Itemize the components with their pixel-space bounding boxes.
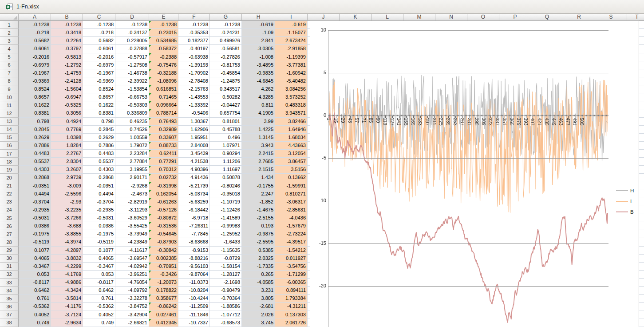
cell-F32[interactable]: -9.87064 (178, 271, 210, 279)
cell-G4[interactable]: -0.56581 (210, 45, 242, 53)
cell-H32[interactable]: 0.265 (242, 271, 275, 279)
cell-F4[interactable]: -0.40197 (178, 45, 210, 53)
cell-B38[interactable]: -2.9634 (51, 319, 83, 327)
cell-C16[interactable]: -0.7886 (83, 142, 115, 150)
cell-C35[interactable]: 0.761 (83, 295, 115, 303)
cell-C32[interactable]: 0.053 (83, 271, 115, 279)
cell-E30[interactable]: 0.002385 (149, 255, 178, 263)
cell-E11[interactable]: 0.096664 (149, 101, 178, 109)
cell-H31[interactable]: -1.7335 (242, 263, 275, 271)
cell-A38[interactable]: 0.749 (19, 319, 51, 327)
cell-D7[interactable]: -1.46738 (115, 69, 149, 77)
cell-I36[interactable]: -4.31211 (275, 303, 308, 311)
cell-B25[interactable]: -3.7266 (51, 214, 83, 222)
cell-E28[interactable]: -0.87903 (149, 238, 178, 246)
row-header-9[interactable]: 9 (0, 85, 19, 93)
row-header-25[interactable]: 25 (0, 214, 19, 222)
cell-I3[interactable]: 2.673424 (275, 37, 308, 45)
row-header-10[interactable]: 10 (0, 93, 19, 101)
cell-B19[interactable]: -3.2607 (51, 166, 83, 174)
cell-F37[interactable]: -11.1846 (178, 311, 210, 319)
row-header-33[interactable]: 33 (0, 279, 19, 287)
cell-B26[interactable]: -3.688 (51, 222, 83, 230)
cell-I31[interactable]: -3.54756 (275, 263, 308, 271)
cell-F10[interactable]: -1.43553 (178, 93, 210, 101)
cell-C19[interactable]: -0.4303 (83, 166, 115, 174)
row-header-21[interactable]: 21 (0, 182, 19, 190)
column-header-L[interactable]: L (371, 14, 403, 21)
column-header-F[interactable]: F (178, 14, 210, 21)
cell-H29[interactable]: 0.5385 (242, 247, 275, 255)
cell-A1[interactable]: -0.1238 (19, 21, 51, 29)
cell-H18[interactable]: -2.7685 (242, 158, 275, 166)
cell-D34[interactable]: -4.09792 (115, 287, 149, 295)
row-header-1[interactable]: 1 (0, 21, 19, 29)
cell-D26[interactable]: -3.55425 (115, 222, 149, 230)
cell-F17[interactable]: -3.45439 (178, 150, 210, 158)
cell-I23[interactable]: -3.06317 (275, 198, 308, 206)
cell-G5[interactable]: -0.27826 (210, 53, 242, 61)
cell-C12[interactable]: 0.8381 (83, 109, 115, 117)
cell-G21[interactable]: -0.80246 (210, 182, 242, 190)
cell-E3[interactable]: 0.534685 (149, 37, 178, 45)
cell-D8[interactable]: -2.39922 (115, 77, 149, 85)
column-header-P[interactable]: P (499, 14, 531, 21)
cell-H21[interactable]: -0.1755 (242, 182, 275, 190)
cell-B13[interactable]: -0.4924 (51, 118, 83, 126)
cell-C27[interactable]: -0.1975 (83, 230, 115, 238)
cell-I34[interactable]: 0.894111 (275, 287, 308, 295)
cell-F16[interactable]: -2.84008 (178, 142, 210, 150)
cell-I25[interactable]: -4.0436 (275, 214, 308, 222)
row-header-20[interactable]: 20 (0, 174, 19, 182)
cell-C36[interactable]: -0.5362 (83, 303, 115, 311)
cell-E32[interactable]: -0.3426 (149, 271, 178, 279)
cell-I32[interactable]: -1.71299 (275, 271, 308, 279)
cell-A35[interactable]: 0.761 (19, 295, 51, 303)
cell-I26[interactable]: -1.57679 (275, 222, 308, 230)
cell-C20[interactable]: 0.2868 (83, 174, 115, 182)
cell-A4[interactable]: -0.6061 (19, 45, 51, 53)
cell-G1[interactable]: -0.1238 (210, 21, 242, 29)
window-title-bar[interactable]: 1-Fn.xlsx (0, 0, 644, 14)
cell-A18[interactable]: -0.5537 (19, 158, 51, 166)
row-header-5[interactable]: 5 (0, 53, 19, 61)
cell-C9[interactable]: 0.8524 (83, 85, 115, 93)
cell-H22[interactable]: 2.247 (242, 190, 275, 198)
cell-A8[interactable]: -0.9369 (19, 77, 51, 85)
column-header-S[interactable]: S (595, 14, 627, 21)
cell-B30[interactable]: -3.8832 (51, 255, 83, 263)
cell-B15[interactable]: -1.0398 (51, 134, 83, 142)
cell-F21[interactable]: -5.21739 (178, 182, 210, 190)
cell-H19[interactable]: -2.1515 (242, 166, 275, 174)
cell-G11[interactable]: -0.04427 (210, 101, 242, 109)
cell-F34[interactable]: -10.8204 (178, 287, 210, 295)
column-header-Q[interactable]: Q (531, 14, 563, 21)
cell-G37[interactable]: -1.07712 (210, 311, 242, 319)
cell-C5[interactable]: -0.2016 (83, 53, 115, 61)
cell-D13[interactable]: -0.46235 (115, 118, 149, 126)
cell-E4[interactable]: -0.58372 (149, 45, 178, 53)
row-header-28[interactable]: 28 (0, 238, 19, 246)
cell-A12[interactable]: 0.8381 (19, 109, 51, 117)
column-header-G[interactable]: G (210, 14, 242, 21)
cell-I20[interactable]: -0.13662 (275, 174, 308, 182)
cell-F33[interactable]: -11.0373 (178, 279, 210, 287)
cell-F1[interactable]: -0.1238 (178, 21, 210, 29)
cell-F18[interactable]: -4.21538 (178, 158, 210, 166)
cell-I7[interactable]: -1.60942 (275, 69, 308, 77)
cell-D19[interactable]: -3.19955 (115, 166, 149, 174)
cell-A26[interactable]: 0.0386 (19, 222, 51, 230)
cell-F2[interactable]: -0.35353 (178, 29, 210, 37)
cell-I12[interactable]: 3.943571 (275, 109, 308, 117)
cell-I15[interactable]: -1.68034 (275, 134, 308, 142)
cell-C33[interactable]: -0.8117 (83, 279, 115, 287)
cell-F36[interactable]: -11.2509 (178, 303, 210, 311)
row-header-13[interactable]: 13 (0, 118, 19, 126)
legend-entry-B[interactable]: B (616, 209, 634, 215)
cell-I30[interactable]: 0.011927 (275, 255, 308, 263)
cell-B17[interactable]: -2.2767 (51, 150, 83, 158)
cell-D23[interactable]: -2.82919 (115, 198, 149, 206)
cell-F35[interactable]: -10.4244 (178, 295, 210, 303)
cell-D30[interactable]: -3.69547 (115, 255, 149, 263)
cell-F15[interactable]: -1.95951 (178, 134, 210, 142)
